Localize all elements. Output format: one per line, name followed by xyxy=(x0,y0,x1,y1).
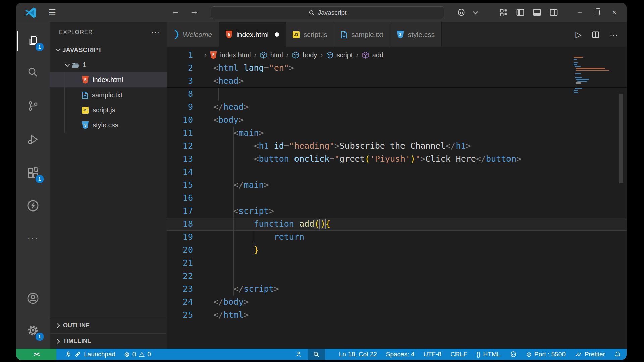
tree-indent-guide xyxy=(64,72,65,133)
file-name: script.js xyxy=(93,106,115,114)
activity-more-icon[interactable]: ··· xyxy=(16,225,50,251)
code-line-3[interactable]: 3<head> xyxy=(167,75,627,88)
nav-back-icon[interactable]: ← xyxy=(171,6,180,16)
html-file-icon: 5 xyxy=(226,31,232,38)
explorer-more-actions[interactable]: ··· xyxy=(151,28,161,37)
tab-label: Welcome xyxy=(183,31,212,39)
code-line-20[interactable]: 20 } xyxy=(167,244,627,257)
breadcrumb-item[interactable]: add xyxy=(372,49,383,62)
activity-explorer-icon[interactable]: 1 xyxy=(16,28,50,54)
file-name: index.html xyxy=(93,76,123,84)
scrollbar[interactable] xyxy=(619,94,623,183)
eol-sequence[interactable]: CRLF xyxy=(450,351,467,358)
restore-button[interactable] xyxy=(588,3,606,22)
status-bar: >< Launchpad ⊗ 0 ⚠ 0 Ln 18, Col 22 Space… xyxy=(16,349,627,360)
language-mode[interactable]: {}HTML xyxy=(476,351,500,358)
link-icon xyxy=(74,351,81,358)
code-line-14[interactable]: 14 xyxy=(167,166,627,179)
toggle-secondary-sidebar-icon[interactable] xyxy=(545,3,562,22)
breadcrumb-item[interactable]: html xyxy=(270,49,283,62)
line-number: 23 xyxy=(167,283,193,296)
code-line-19[interactable]: 19 return xyxy=(167,231,627,244)
workspace-row[interactable]: JAVASCRIPT xyxy=(50,42,167,57)
file-name: sample.txt xyxy=(92,91,122,99)
tab-index.html[interactable]: 5index.html xyxy=(219,22,286,47)
vscode-logo-icon xyxy=(25,7,37,19)
code-line-21[interactable]: 21 xyxy=(167,257,627,270)
notifications-bell-icon[interactable] xyxy=(614,351,621,358)
launchpad-item[interactable]: Launchpad xyxy=(65,351,115,358)
code-line-11[interactable]: 11 <main> xyxy=(167,127,627,140)
code-line-18[interactable]: 18 function add(){ xyxy=(167,218,627,231)
remote-indicator[interactable]: >< xyxy=(16,349,56,360)
zoom-item[interactable] xyxy=(308,349,325,360)
code-line-10[interactable]: 10<body> xyxy=(167,114,627,127)
vscode-window: ☰ ← → Javascript – × xyxy=(16,3,627,360)
account-icon[interactable] xyxy=(16,286,50,311)
screencast-item[interactable] xyxy=(295,351,302,358)
tab-style.css[interactable]: 3style.css xyxy=(390,22,442,47)
split-editor-icon[interactable] xyxy=(592,31,600,39)
code-editor[interactable]: 1›5index.html›html›body›script›add2<html… xyxy=(167,47,627,349)
file-style.css[interactable]: 3style.css xyxy=(50,118,167,133)
symbol-cube-icon xyxy=(292,52,299,59)
toggle-panel-icon[interactable] xyxy=(529,3,545,22)
code-line-12[interactable]: 12 <h1 id="heading">Subscribe the Channe… xyxy=(167,140,627,153)
tab-Welcome[interactable]: Welcome xyxy=(167,22,219,47)
customize-layout-icon[interactable] xyxy=(495,3,512,22)
breadcrumb-item[interactable]: index.html xyxy=(220,49,251,62)
cursor-position[interactable]: Ln 18, Col 22 xyxy=(339,351,377,358)
settings-gear-icon[interactable]: 1 xyxy=(16,318,50,343)
activity-extensions-icon[interactable]: 1 xyxy=(16,160,50,186)
encoding[interactable]: UTF-8 xyxy=(423,351,441,358)
editor-more-actions[interactable]: ··· xyxy=(610,30,618,39)
code-line-23[interactable]: 23 </script> xyxy=(167,283,627,296)
code-line-24[interactable]: 24</body> xyxy=(167,296,627,309)
tab-script.js[interactable]: JSscript.js xyxy=(286,22,334,47)
folder-row[interactable]: 1 xyxy=(50,57,167,72)
copilot-status-icon[interactable] xyxy=(509,351,517,358)
activity-source-control-icon[interactable] xyxy=(16,93,50,119)
copilot-icon[interactable] xyxy=(453,3,470,22)
code-line-17[interactable]: 17 <script> xyxy=(167,205,627,218)
activity-bar: 1 1 ··· 1 xyxy=(16,22,50,349)
code-line-8[interactable]: 8 xyxy=(167,87,627,101)
problems-item[interactable]: ⊗ 0 ⚠ 0 xyxy=(124,350,151,358)
formatter-item[interactable]: ✓✓Prettier xyxy=(575,351,605,358)
run-button[interactable]: ▷ xyxy=(576,30,582,39)
code-line-22[interactable]: 22 xyxy=(167,270,627,283)
code-line-9[interactable]: 9</head> xyxy=(167,101,627,114)
menu-hamburger-icon[interactable]: ☰ xyxy=(48,7,56,17)
tab-sample.txt[interactable]: sample.txt xyxy=(334,22,390,47)
file-name: style.css xyxy=(93,121,118,129)
live-server-port[interactable]: ⊘Port : 5500 xyxy=(526,350,566,358)
nav-forward-icon[interactable]: → xyxy=(190,6,199,16)
close-button[interactable]: × xyxy=(606,3,623,22)
code-line-13[interactable]: 13 <button onclick="greet('Piyush')">Cli… xyxy=(167,153,627,166)
breadcrumb-item[interactable]: script xyxy=(337,49,353,62)
activity-run-debug-icon[interactable] xyxy=(16,127,50,152)
rocket-icon xyxy=(65,351,72,358)
line-number: 17 xyxy=(167,205,193,218)
code-line-2[interactable]: 2<html lang="en"> xyxy=(167,62,627,75)
breadcrumb-item[interactable]: body xyxy=(303,49,317,62)
code-line-25[interactable]: 25</html> xyxy=(167,309,627,322)
command-center-search[interactable]: Javascript xyxy=(211,6,444,19)
activity-thunder-icon[interactable] xyxy=(16,193,50,219)
tab-label: sample.txt xyxy=(351,31,383,39)
breadcrumb-separator: › xyxy=(286,49,289,62)
file-script.js[interactable]: JSscript.js xyxy=(50,103,167,118)
warning-count: 0 xyxy=(147,351,151,358)
timeline-section[interactable]: TIMELINE xyxy=(50,333,167,349)
toggle-primary-sidebar-icon[interactable] xyxy=(512,3,529,22)
code-line-15[interactable]: 15 </main> xyxy=(167,179,627,192)
code-line-16[interactable]: 16 xyxy=(167,192,627,205)
minimize-button[interactable]: – xyxy=(571,3,588,22)
copilot-chevron-down-icon[interactable] xyxy=(470,3,481,22)
file-sample.txt[interactable]: sample.txt xyxy=(50,87,167,103)
folder-open-icon xyxy=(72,62,80,68)
outline-section[interactable]: OUTLINE xyxy=(50,318,167,333)
indentation[interactable]: Spaces: 4 xyxy=(386,351,415,358)
file-index.html[interactable]: 5index.html xyxy=(50,72,167,87)
activity-search-icon[interactable] xyxy=(16,60,50,85)
